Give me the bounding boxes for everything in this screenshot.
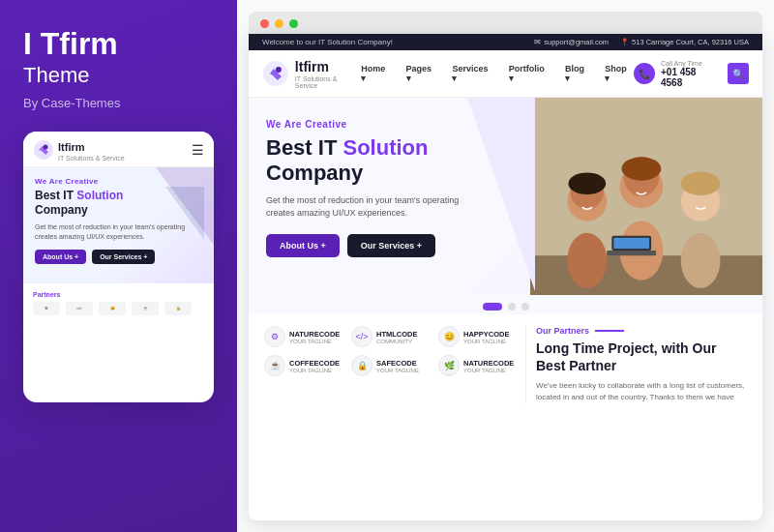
partner-tagline: YOUR TAGLINE xyxy=(289,339,340,344)
partner-name: HAPPYCODE xyxy=(463,330,510,339)
nav-actions: 📞 Call Any Time +01 458 4568 🔍 xyxy=(634,60,749,88)
partner-icon-safecode: 🔒 xyxy=(351,355,372,376)
team-photo xyxy=(530,98,762,295)
site-topbar: Welcome to our IT Solution Company! ✉ su… xyxy=(249,34,762,50)
team-photo-svg xyxy=(530,98,762,295)
svg-rect-19 xyxy=(613,238,649,249)
partners-section-label: Our Partners xyxy=(536,326,747,336)
browser-dot-red[interactable] xyxy=(260,19,269,28)
hero-services-button[interactable]: Our Services + xyxy=(347,234,435,257)
mobile-partners-title: Partners xyxy=(33,291,204,298)
partner-tagline: YOUR TAGLINE xyxy=(289,368,340,373)
mobile-headline-solution: Solution xyxy=(76,189,123,202)
mobile-logo-icon xyxy=(33,139,54,161)
mobile-logo-sub: IT Solutions & Service xyxy=(58,155,125,163)
nav-logo-icon xyxy=(262,60,289,87)
mobile-triangle2-deco xyxy=(165,187,204,240)
partner-item-coffeecode: ☕ COFFEECODE YOUR TAGLINE xyxy=(264,355,342,376)
hero-right xyxy=(530,98,762,295)
hero-headline-part1: Best IT xyxy=(266,135,337,160)
email-icon: ✉ xyxy=(534,38,541,46)
mobile-partners-strip: Partners ⚙ </> 😊 ☕ 🔒 xyxy=(23,283,214,323)
svg-point-9 xyxy=(622,157,662,180)
nav-links: Home ▾ Pages ▾ Services ▾ Portfolio ▾ Bl… xyxy=(361,64,634,83)
partner-row-1: ⚙ NATURECODE YOUR TAGLINE </> HTMLCODE C… xyxy=(264,326,516,347)
left-panel: I Tfirm Theme By Case-Themes ltfirm IT S… xyxy=(0,0,237,532)
hamburger-icon[interactable]: ☰ xyxy=(192,142,204,158)
mobile-headline-part1: Best IT xyxy=(35,189,74,202)
browser-chrome xyxy=(249,12,762,34)
hero-description: Get the most of reduction in your team's… xyxy=(266,194,479,221)
phone-number: +01 458 4568 xyxy=(661,67,720,88)
mobile-buttons: About Us + Our Services + xyxy=(35,250,202,264)
partners-logos-grid: ⚙ NATURECODE YOUR TAGLINE </> HTMLCODE C… xyxy=(264,326,516,403)
mobile-headline-part2: Company xyxy=(35,203,88,217)
mobile-header: ltfirm IT Solutions & Service ☰ xyxy=(23,132,214,167)
partners-headline-text: Long Time Project, with Our xyxy=(536,340,716,356)
mobile-services-button[interactable]: Our Services + xyxy=(92,250,155,264)
brand-subtitle: Theme xyxy=(23,63,214,88)
partner-icon-naturecode: ⚙ xyxy=(264,326,285,347)
partner-name: NATURECODE xyxy=(289,330,340,339)
partner-item-naturecode2: 🌿 NATURECODE YOUR TAGLINE xyxy=(438,355,516,376)
mobile-hero: We Are Creative Best IT Solution Company… xyxy=(23,167,214,283)
slider-dot-2[interactable] xyxy=(508,303,516,310)
partner-icon-htmlcode: </> xyxy=(351,326,372,347)
brand-author: By Case-Themes xyxy=(23,96,214,110)
nav-link-shop[interactable]: Shop ▾ xyxy=(605,64,634,83)
mobile-partner-logos: ⚙ </> 😊 ☕ 🔒 xyxy=(33,302,204,315)
hero-buttons: About Us + Our Services + xyxy=(266,234,513,257)
browser-dot-green[interactable] xyxy=(289,19,298,28)
mobile-preview-card: ltfirm IT Solutions & Service ☰ We Are C… xyxy=(23,132,214,402)
topbar-email: ✉ support@gmail.com xyxy=(534,38,609,46)
partner-row-2: ☕ COFFEECODE YOUR TAGLINE 🔒 SAFECODE YOU… xyxy=(264,355,516,376)
nav-phone: 📞 Call Any Time +01 458 4568 xyxy=(634,60,720,88)
nav-link-home[interactable]: Home ▾ xyxy=(361,64,392,83)
partner-icon-happycode: 😊 xyxy=(438,326,460,347)
slider-dots xyxy=(249,295,762,314)
slider-dot-3[interactable] xyxy=(521,303,529,310)
svg-rect-17 xyxy=(607,251,656,255)
nav-link-portfolio[interactable]: Portfolio ▾ xyxy=(509,64,551,83)
mobile-about-button[interactable]: About Us + xyxy=(35,250,86,264)
topbar-contact: ✉ support@gmail.com 📍 513 Carriage Court… xyxy=(534,38,749,46)
search-button[interactable]: 🔍 xyxy=(728,63,749,84)
hero-headline: Best IT Solution Company xyxy=(266,135,513,187)
hero-about-button[interactable]: About Us + xyxy=(266,234,340,257)
nav-logo-text: ltfirm xyxy=(295,59,329,74)
partners-right: Our Partners Long Time Project, with Our… xyxy=(525,326,747,403)
partners-description: We've been lucky to collaborate with a l… xyxy=(536,380,747,403)
hero-creative-label: We Are Creative xyxy=(266,119,513,130)
right-panel: Welcome to our IT Solution Company! ✉ su… xyxy=(237,0,774,532)
mobile-partner-logo: ☕ xyxy=(132,302,159,315)
phone-icon: 📞 xyxy=(634,63,655,84)
hero-headline-solution: Solution xyxy=(342,135,428,160)
hero-left: We Are Creative Best IT Solution Company… xyxy=(249,98,530,295)
partner-icon-coffeecode: ☕ xyxy=(264,355,285,376)
call-any-time: Call Any Time xyxy=(661,60,720,67)
partner-name: HTMLCODE xyxy=(376,330,418,339)
website-preview: Welcome to our IT Solution Company! ✉ su… xyxy=(249,34,762,520)
svg-point-10 xyxy=(567,233,607,288)
brand-name: I Tfirm xyxy=(23,27,214,61)
mobile-logo: ltfirm IT Solutions & Service xyxy=(33,137,125,163)
nav-logo: ltfirm IT Solutions & Service xyxy=(262,58,361,89)
partners-headline-bold: Best Partner xyxy=(536,358,616,373)
nav-link-pages[interactable]: Pages ▾ xyxy=(406,64,439,83)
partner-tagline: YOUR TAGLINE xyxy=(376,368,419,373)
slider-dot-1[interactable] xyxy=(483,303,502,310)
topbar-welcome: Welcome to our IT Solution Company! xyxy=(262,38,393,46)
mobile-partner-logo: </> xyxy=(66,302,93,315)
partner-item-safecode: 🔒 SAFECODE YOUR TAGLINE xyxy=(351,355,429,376)
partners-headline: Long Time Project, with Our Best Partner xyxy=(536,340,747,374)
partner-tagline: YOUR TAGLINE xyxy=(463,368,514,373)
nav-logo-sub: IT Solutions & Service xyxy=(295,75,361,89)
mobile-partner-logo: 🔒 xyxy=(164,302,192,315)
mobile-partner-logo: ⚙ xyxy=(33,302,60,315)
browser-dot-yellow[interactable] xyxy=(275,19,283,28)
nav-link-services[interactable]: Services ▾ xyxy=(452,64,494,83)
nav-link-blog[interactable]: Blog ▾ xyxy=(565,64,591,83)
svg-point-14 xyxy=(681,233,721,288)
partners-section: ⚙ NATURECODE YOUR TAGLINE </> HTMLCODE C… xyxy=(249,314,762,415)
partner-item-happycode: 😊 HAPPYCODE YOUR TAGLINE xyxy=(438,326,516,347)
